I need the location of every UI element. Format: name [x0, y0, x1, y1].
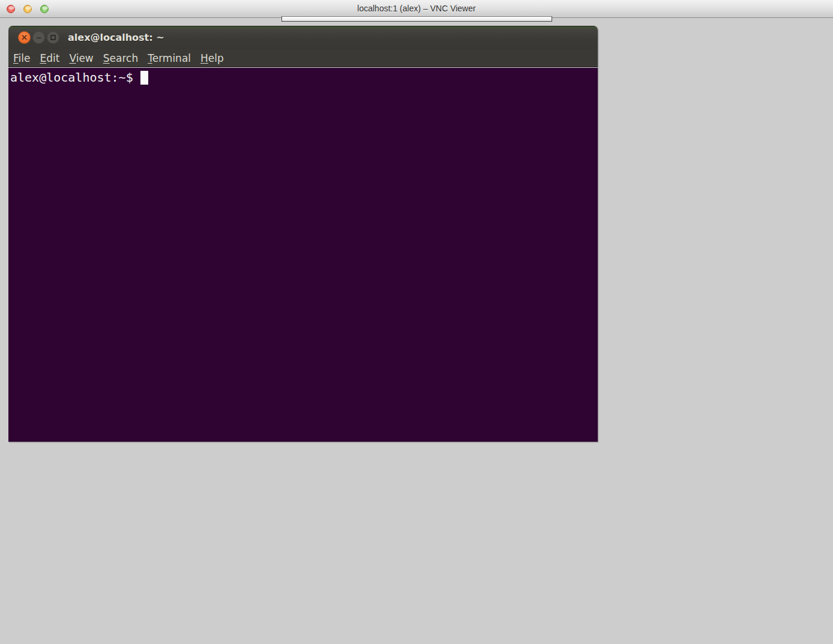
terminal-window: ✕ − alex@localhost: ~ File Edit View Sea… [8, 26, 598, 442]
terminal-maximize-button[interactable] [47, 31, 59, 44]
terminal-close-button[interactable]: ✕ [18, 31, 31, 44]
menu-search[interactable]: Search [98, 52, 143, 64]
vnc-toolbar-tab[interactable] [281, 16, 552, 22]
menu-view[interactable]: View [64, 52, 98, 64]
menu-file[interactable]: File [8, 52, 35, 64]
vnc-viewer-titlebar[interactable]: localhost:1 (alex) – VNC Viewer [0, 0, 833, 18]
menu-help[interactable]: Help [196, 52, 229, 64]
terminal-titlebar[interactable]: ✕ − alex@localhost: ~ [8, 26, 598, 49]
menu-terminal[interactable]: Terminal [143, 52, 196, 64]
menu-edit[interactable]: Edit [35, 52, 64, 64]
shell-prompt-line: alex@localhost:~$ [10, 71, 596, 85]
terminal-window-title: alex@localhost: ~ [68, 32, 164, 43]
terminal-window-controls: ✕ − [18, 31, 59, 44]
terminal-menubar: File Edit View Search Terminal Help [8, 49, 598, 67]
vnc-window-title: localhost:1 (alex) – VNC Viewer [0, 0, 833, 17]
vnc-remote-desktop[interactable]: ✕ − alex@localhost: ~ File Edit View Sea… [0, 19, 833, 644]
shell-prompt: alex@localhost:~$ [10, 71, 140, 85]
terminal-minimize-button[interactable]: − [32, 31, 45, 44]
maximize-icon [50, 35, 56, 40]
screen: localhost:1 (alex) – VNC Viewer ✕ − alex… [0, 0, 833, 644]
terminal-screen[interactable]: alex@localhost:~$ [8, 68, 598, 442]
terminal-cursor [140, 71, 148, 85]
